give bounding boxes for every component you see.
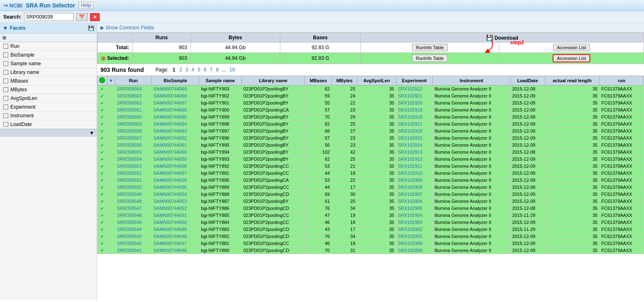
page-8[interactable]: 8 <box>216 67 219 73</box>
sidebar-item-mbytes[interactable]: MBytes <box>0 86 97 94</box>
biosample-checkbox[interactable] <box>3 52 8 57</box>
row-select[interactable]: ✔ <box>98 163 107 170</box>
row-run[interactable]: SRR358544 <box>115 226 151 233</box>
row-biosample[interactable]: SAMN00744069 <box>152 86 199 93</box>
th-experiment[interactable]: Experiment <box>396 76 432 86</box>
row-select[interactable]: ✔ <box>98 86 107 93</box>
row-run[interactable]: SRR358564 <box>115 86 151 93</box>
sidebar-item-mbases[interactable]: MBases <box>0 77 97 86</box>
row-checkbox[interactable]: ✔ <box>100 234 104 239</box>
sidebar-item-loaddate[interactable]: LoadDate <box>0 120 97 129</box>
row-run[interactable]: SRR358559 <box>115 121 151 128</box>
row-biosample[interactable]: SAMN00744057 <box>152 170 199 177</box>
search-clear-button[interactable]: ✕ <box>90 13 100 21</box>
row-run[interactable]: SRR358562 <box>115 100 151 107</box>
row-checkbox[interactable]: ✔ <box>100 150 104 155</box>
search-submit-button[interactable]: 📅 <box>76 13 88 21</box>
row-run[interactable]: SRR358554 <box>115 156 151 163</box>
th-libraryname[interactable]: Library name <box>241 76 305 86</box>
row-experiment[interactable]: SRX102901 <box>396 233 432 240</box>
row-checkbox[interactable]: ✔ <box>100 115 104 119</box>
row-checkbox[interactable]: ✔ <box>100 178 104 183</box>
row-biosample[interactable]: SAMN00744058 <box>152 163 199 170</box>
total-runinfo-table-button[interactable]: RunInfo Table <box>412 44 448 51</box>
instrument-checkbox[interactable] <box>3 113 8 118</box>
row-biosample[interactable]: SAMN00744056 <box>152 177 199 184</box>
row-experiment[interactable]: SRX102916 <box>396 128 432 135</box>
row-run[interactable]: SRR358549 <box>115 191 151 198</box>
row-run[interactable]: SRR358542 <box>115 240 151 247</box>
row-run[interactable]: SRR358557 <box>115 135 151 142</box>
mbytes-checkbox[interactable] <box>3 87 8 92</box>
page-4[interactable]: 4 <box>191 67 194 73</box>
row-run[interactable]: SRR358546 <box>115 212 151 219</box>
selected-accession-list-button[interactable]: Accession List <box>553 54 590 62</box>
row-biosample[interactable]: SAMN00744066 <box>152 107 199 114</box>
row-experiment[interactable]: SRX102913 <box>396 149 432 156</box>
th-loaddate[interactable]: LoadDate <box>510 76 545 86</box>
row-experiment[interactable]: SRX102905 <box>396 205 432 212</box>
row-biosample[interactable]: SAMN00744068 <box>152 93 199 100</box>
row-checkbox[interactable]: ✔ <box>100 94 104 98</box>
total-accession-list-button[interactable]: Accession List <box>553 44 589 51</box>
row-checkbox[interactable]: ✔ <box>100 101 104 105</box>
row-select[interactable]: ✔ <box>98 142 107 149</box>
row-select[interactable]: ✔ <box>98 212 107 219</box>
row-experiment[interactable]: SRX102921 <box>396 93 432 100</box>
libraryname-checkbox[interactable] <box>3 70 8 75</box>
row-select[interactable]: ✔ <box>98 219 107 226</box>
row-run[interactable]: SRR358555 <box>115 149 151 156</box>
row-checkbox[interactable]: ✔ <box>100 192 104 197</box>
row-select[interactable]: ✔ <box>98 114 107 121</box>
sidebar-scroll-down[interactable]: ▼ <box>89 130 94 136</box>
row-checkbox[interactable]: ✔ <box>100 171 104 176</box>
row-run[interactable]: SRR358547 <box>115 205 151 212</box>
row-biosample[interactable]: SAMN00744050 <box>152 219 199 226</box>
row-run[interactable]: SRR358541 <box>115 247 151 254</box>
row-select[interactable]: ✔ <box>98 135 107 142</box>
row-run[interactable]: SRR358548 <box>115 198 151 205</box>
row-experiment[interactable]: SRX102915 <box>396 135 432 142</box>
row-biosample[interactable]: SAMN00744060 <box>152 149 199 156</box>
row-biosample[interactable]: SAMN00744063 <box>152 128 199 135</box>
row-select[interactable]: ✔ <box>98 240 107 247</box>
th-mbases[interactable]: MBases <box>305 76 332 86</box>
row-checkbox[interactable]: ✔ <box>100 157 104 162</box>
row-experiment[interactable]: SRX102922 <box>396 86 432 93</box>
row-checkbox[interactable]: ✔ <box>100 122 104 126</box>
row-experiment[interactable]: SRX102919 <box>396 107 432 114</box>
row-run[interactable]: SRR358553 <box>115 163 151 170</box>
mbases-checkbox[interactable] <box>3 78 8 83</box>
row-checkbox[interactable]: ✔ <box>100 108 104 112</box>
row-run[interactable]: SRR358563 <box>115 93 151 100</box>
row-checkbox[interactable]: ✔ <box>100 241 104 246</box>
experiment-checkbox[interactable] <box>3 105 8 109</box>
row-biosample[interactable]: SAMN00744051 <box>152 212 199 219</box>
green-circle[interactable] <box>99 77 105 83</box>
row-experiment[interactable]: SRX102909 <box>396 177 432 184</box>
row-biosample[interactable]: SAMN00744052 <box>152 205 199 212</box>
row-select[interactable]: ✔ <box>98 149 107 156</box>
th-avgspotlen[interactable]: AvgSpotLen <box>357 76 396 86</box>
th-samplename[interactable]: Sample name <box>199 76 241 86</box>
selected-accession-button[interactable]: Accession List <box>499 53 644 64</box>
row-experiment[interactable]: SRX102910 <box>396 170 432 177</box>
row-checkbox[interactable]: ✔ <box>100 227 104 232</box>
th-instrument[interactable]: Instrument <box>433 76 510 86</box>
row-checkbox[interactable]: ✔ <box>100 129 104 133</box>
row-experiment[interactable]: SRX102918 <box>396 114 432 121</box>
sidebar-item-samplename[interactable]: Sample name <box>0 59 97 68</box>
sidebar-item-avgspotlen[interactable]: AvgSpotLen <box>0 94 97 103</box>
row-biosample[interactable]: SAMN00744067 <box>152 100 199 107</box>
row-experiment[interactable]: SRX102908 <box>396 184 432 191</box>
row-experiment[interactable]: SRX102912 <box>396 156 432 163</box>
row-checkbox[interactable]: ✔ <box>100 164 104 169</box>
sidebar-item-run[interactable]: Run <box>0 42 97 51</box>
row-run[interactable]: SRR358552 <box>115 170 151 177</box>
row-biosample[interactable]: SAMN00744055 <box>152 184 199 191</box>
run-checkbox[interactable] <box>3 44 8 49</box>
page-3[interactable]: 3 <box>186 67 188 73</box>
row-checkbox[interactable]: ✔ <box>100 143 104 147</box>
row-checkbox[interactable]: ✔ <box>100 87 104 91</box>
row-select[interactable]: ✔ <box>98 184 107 191</box>
